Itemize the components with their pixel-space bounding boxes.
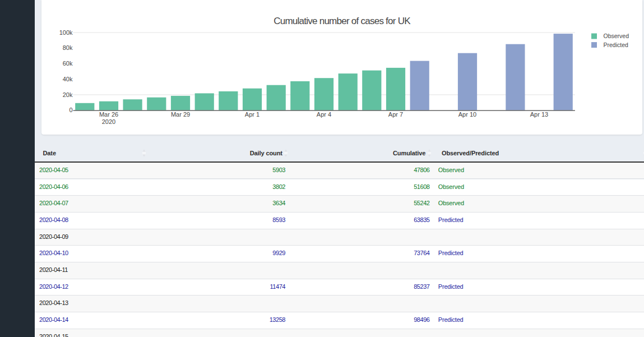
- svg-text:Predicted: Predicted: [604, 41, 629, 48]
- svg-text:Apr 10: Apr 10: [458, 111, 476, 118]
- svg-text:60k: 60k: [63, 60, 73, 67]
- svg-text:2020: 2020: [102, 118, 115, 125]
- svg-text:Observed: Observed: [604, 33, 629, 39]
- svg-text:Apr 1: Apr 1: [245, 111, 260, 118]
- svg-text:80k: 80k: [63, 44, 73, 51]
- svg-text:Apr 13: Apr 13: [530, 111, 548, 118]
- svg-text:Apr 7: Apr 7: [388, 111, 403, 118]
- svg-text:20k: 20k: [63, 91, 73, 98]
- svg-text:100k: 100k: [59, 29, 73, 36]
- svg-text:Cumulative number of cases for: Cumulative number of cases for UK: [274, 16, 411, 26]
- svg-text:40k: 40k: [63, 76, 73, 82]
- svg-text:Mar 26: Mar 26: [99, 111, 118, 118]
- svg-text:Apr 4: Apr 4: [317, 111, 331, 118]
- svg-text:Mar 29: Mar 29: [171, 111, 190, 118]
- svg-text:0: 0: [69, 107, 72, 113]
